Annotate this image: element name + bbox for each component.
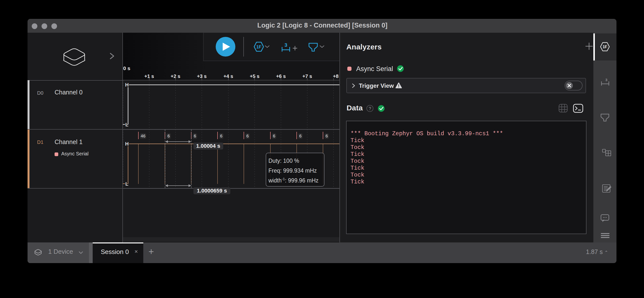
svg-text:6: 6 <box>220 134 222 138</box>
svg-text:+7 s: +7 s <box>302 74 312 79</box>
svg-text:Freq: 999.934 mHz: Freq: 999.934 mHz <box>268 168 317 174</box>
svg-text:6: 6 <box>273 134 275 138</box>
svg-text:6: 6 <box>299 134 301 138</box>
svg-text:6: 6 <box>168 134 170 138</box>
svg-text:L: L <box>125 181 128 186</box>
svg-text:width-1: 999.96 mHz: width-1: 999.96 mHz <box>268 177 318 184</box>
svg-text:46: 46 <box>141 134 146 138</box>
svg-text:+8: +8 <box>333 74 339 79</box>
svg-text:H: H <box>125 141 128 146</box>
svg-text:L: L <box>125 122 128 127</box>
svg-text:6: 6 <box>326 134 328 138</box>
svg-text:1.00004 s: 1.00004 s <box>196 143 220 149</box>
svg-text:3: 3 <box>284 42 287 48</box>
svg-text:6: 6 <box>246 134 248 138</box>
svg-text:1F: 1F <box>256 44 261 50</box>
svg-text:1F: 1F <box>603 45 608 49</box>
svg-text:?: ? <box>369 106 371 111</box>
svg-text:6: 6 <box>194 134 196 138</box>
svg-text:+6 s: +6 s <box>276 74 286 79</box>
svg-text:+1 s: +1 s <box>144 74 154 79</box>
svg-text:+4 s: +4 s <box>224 74 233 79</box>
svg-text:+3 s: +3 s <box>197 74 206 79</box>
svg-text:1.0000659 s: 1.0000659 s <box>197 188 227 194</box>
svg-text:+5 s: +5 s <box>250 74 259 79</box>
svg-text:+2 s: +2 s <box>170 74 180 79</box>
svg-text:3: 3 <box>606 78 608 82</box>
svg-text:Duty: 100 %: Duty: 100 % <box>268 158 299 164</box>
svg-text:H: H <box>125 82 128 88</box>
svg-text:0 s: 0 s <box>123 66 130 71</box>
